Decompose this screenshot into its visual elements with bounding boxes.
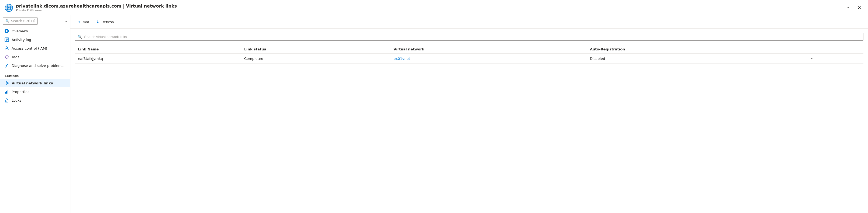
refresh-label: Refresh	[101, 20, 114, 24]
settings-section-header: Settings	[0, 70, 70, 79]
diagnose-icon	[5, 63, 9, 68]
search-row: 🔍 Search (Ctrl+/) «	[0, 16, 70, 27]
col-auto-registration: Auto-Registration	[587, 45, 806, 54]
search-icon: 🔍	[5, 19, 9, 23]
sidebar-search-placeholder: Search (Ctrl+/)	[11, 19, 35, 23]
col-actions	[806, 45, 863, 54]
sidebar-item-tags[interactable]: Tags	[0, 53, 70, 61]
cell-link-name: naf3taikjymkq	[75, 54, 241, 64]
svg-point-13	[6, 47, 7, 48]
col-virtual-network: Virtual network	[390, 45, 587, 54]
properties-icon	[5, 90, 9, 94]
table-row: naf3taikjymkq Completed bx01vnet Disable…	[75, 54, 863, 64]
sidebar-search[interactable]: 🔍 Search (Ctrl+/)	[3, 18, 38, 25]
content-area: 🔍 Link Name Link status Virtual network …	[70, 29, 868, 213]
svg-rect-27	[7, 90, 8, 94]
cell-virtual-network: bx01vnet	[390, 54, 587, 64]
row-more-actions-button[interactable]: ···	[809, 56, 813, 61]
sidebar-item-diagnose-label: Diagnose and solve problems	[11, 64, 63, 68]
svg-point-18	[8, 83, 9, 84]
table-header-row: Link Name Link status Virtual network Au…	[75, 45, 863, 54]
access-control-icon	[5, 46, 9, 51]
add-button[interactable]: ＋ Add	[75, 18, 92, 26]
body: 🔍 Search (Ctrl+/) « Overview	[0, 16, 868, 213]
svg-point-29	[6, 101, 7, 102]
svg-rect-26	[6, 91, 7, 94]
svg-point-6	[8, 7, 10, 8]
header-more-button[interactable]: ···	[844, 4, 852, 11]
refresh-icon: ↻	[97, 20, 100, 24]
header-title-group: privatelink.dicom.azurehealthcareapis.co…	[16, 3, 842, 12]
sidebar-item-locks-label: Locks	[11, 98, 21, 102]
locks-icon	[5, 98, 9, 102]
main-content: ＋ Add ↻ Refresh 🔍	[70, 16, 868, 213]
toolbar: ＋ Add ↻ Refresh	[70, 16, 868, 29]
activity-log-icon	[5, 37, 9, 42]
cell-row-actions[interactable]: ···	[806, 54, 863, 64]
svg-rect-25	[5, 92, 6, 94]
col-link-name: Link Name	[75, 45, 241, 54]
svg-point-20	[6, 84, 7, 85]
sidebar-item-activity-log-label: Activity log	[11, 38, 31, 42]
sidebar-item-access-control-label: Access control (IAM)	[11, 47, 47, 51]
sidebar-item-access-control[interactable]: Access control (IAM)	[0, 44, 70, 53]
content-search-icon: 🔍	[78, 35, 82, 39]
sidebar-item-activity-log[interactable]: Activity log	[0, 35, 70, 44]
page-subtitle: Private DNS zone	[16, 9, 842, 12]
app-container: privatelink.dicom.azurehealthcareapis.co…	[0, 0, 868, 213]
tags-icon	[5, 55, 9, 59]
svg-point-14	[6, 56, 6, 57]
virtual-network-links-table: Link Name Link status Virtual network Au…	[75, 45, 863, 64]
collapse-button[interactable]: «	[62, 17, 70, 25]
sidebar-item-properties-label: Properties	[11, 90, 29, 94]
virtual-network-links-icon	[5, 81, 9, 85]
svg-point-19	[6, 81, 7, 82]
sidebar-item-virtual-network-links[interactable]: Virtual network links	[0, 79, 70, 87]
svg-point-8	[6, 30, 7, 32]
overview-icon	[5, 29, 9, 33]
cell-auto-registration: Disabled	[587, 54, 806, 64]
sidebar: 🔍 Search (Ctrl+/) « Overview	[0, 16, 70, 213]
page-title: privatelink.dicom.azurehealthcareapis.co…	[16, 3, 842, 9]
sidebar-item-overview[interactable]: Overview	[0, 27, 70, 35]
svg-point-17	[5, 83, 6, 84]
content-search[interactable]: 🔍	[75, 33, 863, 41]
add-icon: ＋	[78, 20, 81, 24]
sidebar-item-overview-label: Overview	[11, 29, 28, 33]
col-link-status: Link status	[241, 45, 390, 54]
sidebar-item-properties[interactable]: Properties	[0, 87, 70, 96]
search-virtual-network-links-input[interactable]	[84, 35, 861, 39]
virtual-network-link[interactable]: bx01vnet	[394, 57, 410, 61]
svg-point-16	[6, 82, 7, 84]
refresh-button[interactable]: ↻ Refresh	[94, 18, 117, 25]
header: privatelink.dicom.azurehealthcareapis.co…	[0, 0, 868, 16]
cell-link-status: Completed	[241, 54, 390, 64]
sidebar-item-locks[interactable]: Locks	[0, 96, 70, 104]
sidebar-item-tags-label: Tags	[11, 55, 20, 59]
private-dns-icon	[5, 3, 13, 12]
sidebar-item-diagnose[interactable]: Diagnose and solve problems	[0, 61, 70, 70]
add-label: Add	[83, 20, 89, 24]
sidebar-item-virtual-network-links-label: Virtual network links	[11, 81, 53, 85]
svg-point-15	[5, 66, 6, 67]
close-button[interactable]: ✕	[856, 4, 863, 11]
